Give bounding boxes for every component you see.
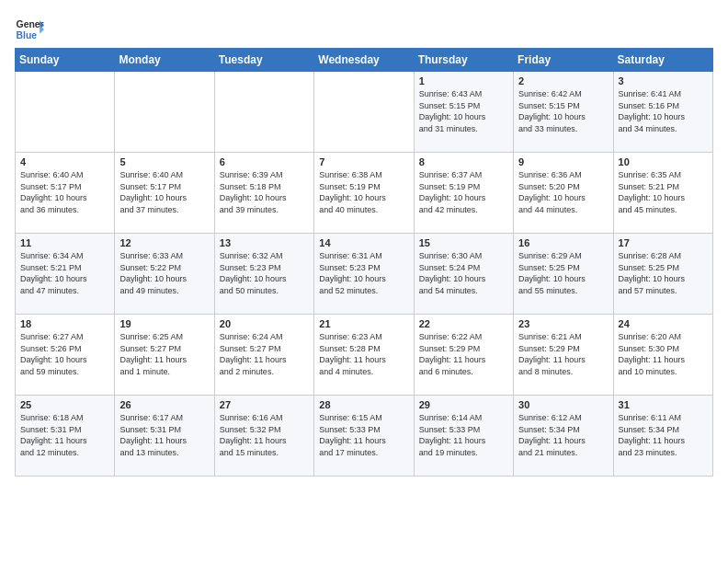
day-cell bbox=[115, 72, 214, 153]
day-cell: 18Sunrise: 6:27 AM Sunset: 5:26 PM Dayli… bbox=[16, 315, 115, 396]
day-number: 6 bbox=[220, 156, 309, 167]
day-number: 9 bbox=[518, 156, 608, 167]
day-info: Sunrise: 6:40 AM Sunset: 5:17 PM Dayligh… bbox=[119, 169, 209, 215]
day-cell: 10Sunrise: 6:35 AM Sunset: 5:21 PM Dayli… bbox=[613, 153, 712, 234]
day-info: Sunrise: 6:17 AM Sunset: 5:31 PM Dayligh… bbox=[119, 412, 209, 458]
header-cell-wednesday: Wednesday bbox=[314, 49, 414, 72]
day-number: 28 bbox=[319, 399, 408, 410]
day-cell bbox=[314, 72, 414, 153]
day-cell: 1Sunrise: 6:43 AM Sunset: 5:15 PM Daylig… bbox=[414, 72, 513, 153]
day-cell: 29Sunrise: 6:14 AM Sunset: 5:33 PM Dayli… bbox=[414, 396, 513, 477]
day-cell: 11Sunrise: 6:34 AM Sunset: 5:21 PM Dayli… bbox=[16, 234, 115, 315]
day-cell: 12Sunrise: 6:33 AM Sunset: 5:22 PM Dayli… bbox=[115, 234, 214, 315]
day-number: 12 bbox=[119, 237, 209, 248]
day-number: 8 bbox=[419, 156, 508, 167]
week-row-3: 11Sunrise: 6:34 AM Sunset: 5:21 PM Dayli… bbox=[16, 234, 713, 315]
day-info: Sunrise: 6:35 AM Sunset: 5:21 PM Dayligh… bbox=[619, 169, 708, 215]
header-row: SundayMondayTuesdayWednesdayThursdayFrid… bbox=[16, 49, 713, 72]
day-info: Sunrise: 6:37 AM Sunset: 5:19 PM Dayligh… bbox=[419, 169, 508, 215]
day-cell: 23Sunrise: 6:21 AM Sunset: 5:29 PM Dayli… bbox=[514, 315, 613, 396]
day-cell bbox=[214, 72, 313, 153]
day-number: 23 bbox=[518, 318, 608, 329]
day-number: 3 bbox=[619, 75, 708, 86]
day-number: 5 bbox=[119, 156, 209, 167]
day-info: Sunrise: 6:21 AM Sunset: 5:29 PM Dayligh… bbox=[518, 331, 608, 377]
week-row-1: 1Sunrise: 6:43 AM Sunset: 5:15 PM Daylig… bbox=[16, 72, 713, 153]
day-info: Sunrise: 6:18 AM Sunset: 5:31 PM Dayligh… bbox=[20, 412, 109, 458]
header-cell-monday: Monday bbox=[115, 49, 214, 72]
week-row-2: 4Sunrise: 6:40 AM Sunset: 5:17 PM Daylig… bbox=[16, 153, 713, 234]
header-cell-friday: Friday bbox=[514, 49, 613, 72]
day-info: Sunrise: 6:14 AM Sunset: 5:33 PM Dayligh… bbox=[419, 412, 508, 458]
day-info: Sunrise: 6:24 AM Sunset: 5:27 PM Dayligh… bbox=[220, 331, 309, 377]
day-cell: 2Sunrise: 6:42 AM Sunset: 5:15 PM Daylig… bbox=[514, 72, 613, 153]
header-cell-saturday: Saturday bbox=[613, 49, 712, 72]
day-cell: 9Sunrise: 6:36 AM Sunset: 5:20 PM Daylig… bbox=[514, 153, 613, 234]
day-info: Sunrise: 6:22 AM Sunset: 5:29 PM Dayligh… bbox=[419, 331, 508, 377]
day-info: Sunrise: 6:15 AM Sunset: 5:33 PM Dayligh… bbox=[319, 412, 408, 458]
day-cell: 4Sunrise: 6:40 AM Sunset: 5:17 PM Daylig… bbox=[16, 153, 115, 234]
day-cell bbox=[16, 72, 115, 153]
day-number: 14 bbox=[319, 237, 408, 248]
day-info: Sunrise: 6:34 AM Sunset: 5:21 PM Dayligh… bbox=[20, 250, 109, 296]
header-cell-sunday: Sunday bbox=[16, 49, 115, 72]
day-info: Sunrise: 6:38 AM Sunset: 5:19 PM Dayligh… bbox=[319, 169, 408, 215]
day-cell: 17Sunrise: 6:28 AM Sunset: 5:25 PM Dayli… bbox=[613, 234, 712, 315]
day-number: 25 bbox=[20, 399, 109, 410]
day-cell: 6Sunrise: 6:39 AM Sunset: 5:18 PM Daylig… bbox=[214, 153, 313, 234]
day-number: 16 bbox=[518, 237, 608, 248]
day-number: 19 bbox=[119, 318, 209, 329]
day-cell: 27Sunrise: 6:16 AM Sunset: 5:32 PM Dayli… bbox=[214, 396, 313, 477]
calendar-table: SundayMondayTuesdayWednesdayThursdayFrid… bbox=[15, 48, 713, 477]
day-info: Sunrise: 6:43 AM Sunset: 5:15 PM Dayligh… bbox=[419, 88, 508, 134]
day-cell: 24Sunrise: 6:20 AM Sunset: 5:30 PM Dayli… bbox=[613, 315, 712, 396]
day-cell: 19Sunrise: 6:25 AM Sunset: 5:27 PM Dayli… bbox=[115, 315, 214, 396]
day-info: Sunrise: 6:20 AM Sunset: 5:30 PM Dayligh… bbox=[619, 331, 708, 377]
day-number: 29 bbox=[419, 399, 508, 410]
day-cell: 8Sunrise: 6:37 AM Sunset: 5:19 PM Daylig… bbox=[414, 153, 513, 234]
day-number: 20 bbox=[220, 318, 309, 329]
day-info: Sunrise: 6:31 AM Sunset: 5:23 PM Dayligh… bbox=[319, 250, 408, 296]
day-number: 21 bbox=[319, 318, 408, 329]
day-cell: 25Sunrise: 6:18 AM Sunset: 5:31 PM Dayli… bbox=[16, 396, 115, 477]
week-row-4: 18Sunrise: 6:27 AM Sunset: 5:26 PM Dayli… bbox=[16, 315, 713, 396]
day-info: Sunrise: 6:29 AM Sunset: 5:25 PM Dayligh… bbox=[518, 250, 608, 296]
header-cell-thursday: Thursday bbox=[414, 49, 513, 72]
day-number: 1 bbox=[419, 75, 508, 86]
day-info: Sunrise: 6:41 AM Sunset: 5:16 PM Dayligh… bbox=[619, 88, 708, 134]
day-info: Sunrise: 6:16 AM Sunset: 5:32 PM Dayligh… bbox=[220, 412, 309, 458]
day-cell: 15Sunrise: 6:30 AM Sunset: 5:24 PM Dayli… bbox=[414, 234, 513, 315]
day-number: 18 bbox=[20, 318, 109, 329]
day-info: Sunrise: 6:28 AM Sunset: 5:25 PM Dayligh… bbox=[619, 250, 708, 296]
day-info: Sunrise: 6:39 AM Sunset: 5:18 PM Dayligh… bbox=[220, 169, 309, 215]
day-info: Sunrise: 6:32 AM Sunset: 5:23 PM Dayligh… bbox=[220, 250, 309, 296]
day-info: Sunrise: 6:36 AM Sunset: 5:20 PM Dayligh… bbox=[518, 169, 608, 215]
day-number: 17 bbox=[619, 237, 708, 248]
day-number: 26 bbox=[119, 399, 209, 410]
day-number: 11 bbox=[20, 237, 109, 248]
day-cell: 30Sunrise: 6:12 AM Sunset: 5:34 PM Dayli… bbox=[514, 396, 613, 477]
day-info: Sunrise: 6:11 AM Sunset: 5:34 PM Dayligh… bbox=[619, 412, 708, 458]
day-cell: 21Sunrise: 6:23 AM Sunset: 5:28 PM Dayli… bbox=[314, 315, 414, 396]
day-number: 7 bbox=[319, 156, 408, 167]
day-number: 27 bbox=[220, 399, 309, 410]
day-cell: 5Sunrise: 6:40 AM Sunset: 5:17 PM Daylig… bbox=[115, 153, 214, 234]
day-info: Sunrise: 6:42 AM Sunset: 5:15 PM Dayligh… bbox=[518, 88, 608, 134]
day-info: Sunrise: 6:40 AM Sunset: 5:17 PM Dayligh… bbox=[20, 169, 109, 215]
day-cell: 13Sunrise: 6:32 AM Sunset: 5:23 PM Dayli… bbox=[214, 234, 313, 315]
day-number: 10 bbox=[619, 156, 708, 167]
day-cell: 28Sunrise: 6:15 AM Sunset: 5:33 PM Dayli… bbox=[314, 396, 414, 477]
day-cell: 3Sunrise: 6:41 AM Sunset: 5:16 PM Daylig… bbox=[613, 72, 712, 153]
day-cell: 31Sunrise: 6:11 AM Sunset: 5:34 PM Dayli… bbox=[613, 396, 712, 477]
day-number: 15 bbox=[419, 237, 508, 248]
day-cell: 16Sunrise: 6:29 AM Sunset: 5:25 PM Dayli… bbox=[514, 234, 613, 315]
logo-icon: General Blue bbox=[15, 15, 44, 44]
day-info: Sunrise: 6:25 AM Sunset: 5:27 PM Dayligh… bbox=[119, 331, 209, 377]
day-number: 30 bbox=[518, 399, 608, 410]
day-info: Sunrise: 6:30 AM Sunset: 5:24 PM Dayligh… bbox=[419, 250, 508, 296]
svg-text:Blue: Blue bbox=[17, 30, 38, 40]
week-row-5: 25Sunrise: 6:18 AM Sunset: 5:31 PM Dayli… bbox=[16, 396, 713, 477]
day-info: Sunrise: 6:27 AM Sunset: 5:26 PM Dayligh… bbox=[20, 331, 109, 377]
day-info: Sunrise: 6:23 AM Sunset: 5:28 PM Dayligh… bbox=[319, 331, 408, 377]
day-number: 22 bbox=[419, 318, 508, 329]
